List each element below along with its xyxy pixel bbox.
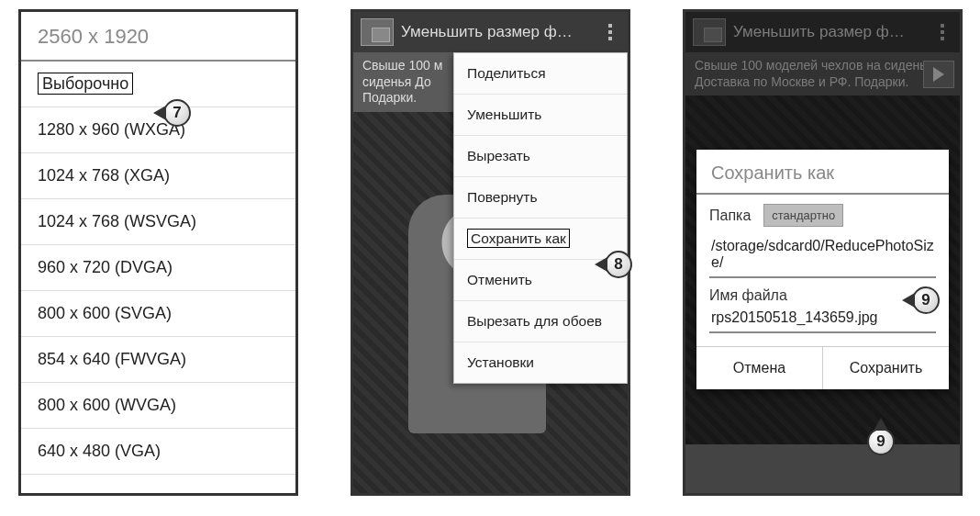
ad-text: Свыше 100 м сиденья До Подарки.	[362, 58, 442, 105]
resolution-item-custom[interactable]: Выборочно	[21, 62, 295, 107]
resolution-item-label: Выборочно	[38, 73, 133, 95]
resolution-item[interactable]: 854 x 640 (FWVGA)	[21, 337, 295, 383]
resolution-item-label: 1024 x 768 (WSVGA)	[38, 212, 196, 230]
resolution-item[interactable]: 800 x 600 (SVGA)	[21, 291, 295, 337]
ad-arrow-icon[interactable]	[923, 61, 954, 88]
resolution-item[interactable]: 640 x 480 (VGA)	[21, 429, 295, 475]
phone-1: 2560 x 1920 Выборочно 1280 x 960 (WXGA) …	[18, 9, 298, 496]
filename-value: rps20150518_143659.jpg	[711, 309, 878, 325]
resolution-item[interactable]: 1024 x 768 (WSVGA)	[21, 199, 295, 245]
app-icon	[693, 18, 726, 46]
menu-save-as[interactable]: Сохранить как	[454, 219, 627, 260]
menu-label: Отменить	[467, 272, 532, 287]
menu-label: Установки	[467, 354, 534, 370]
app-title: Уменьшить размер ф…	[733, 23, 905, 41]
menu-label: Повернуть	[467, 189, 538, 205]
overflow-menu-icon[interactable]	[600, 24, 620, 40]
app-bar: Уменьшить размер ф…	[353, 12, 628, 52]
menu-wallpaper[interactable]: Вырезать для обоев	[454, 301, 627, 342]
default-folder-button[interactable]: стандартно	[763, 204, 843, 227]
resolution-item-label: 640 x 480 (VGA)	[38, 442, 161, 460]
cancel-button[interactable]: Отмена	[696, 347, 823, 389]
folder-path-input[interactable]: /storage/sdcard0/ReducePhotoSize/	[709, 232, 936, 278]
menu-share[interactable]: Поделиться	[454, 53, 627, 95]
context-menu: Поделиться Уменьшить Вырезать Повернуть …	[453, 52, 628, 384]
resolution-item-label: 800 x 600 (SVGA)	[38, 304, 172, 322]
menu-label: Вырезать	[467, 148, 530, 163]
folder-path-value: /storage/sdcard0/ReducePhotoSize/	[711, 238, 934, 270]
save-as-dialog: Сохранить как Папка стандартно /storage/…	[696, 150, 949, 389]
folder-label: Папка	[709, 208, 751, 224]
resolution-item-label: 800 x 600 (WVGA)	[38, 396, 176, 414]
app-icon	[361, 18, 394, 46]
filename-input[interactable]: rps20150518_143659.jpg	[709, 304, 936, 333]
menu-crop[interactable]: Вырезать	[454, 136, 627, 177]
menu-label: Поделиться	[467, 65, 546, 81]
menu-label: Сохранить как	[467, 229, 570, 248]
resolution-item-label: 1280 x 960 (WXGA)	[38, 120, 185, 139]
overflow-menu-icon[interactable]	[932, 24, 952, 40]
callout-9b: 9	[867, 428, 895, 455]
resolution-item[interactable]: 960 x 720 (DVGA)	[21, 245, 295, 291]
resolution-item-label: 854 x 640 (FWVGA)	[38, 350, 186, 368]
menu-reduce[interactable]: Уменьшить	[454, 95, 627, 136]
ad-text: Свыше 100 моделей чехлов на сиденья Дост…	[695, 58, 933, 89]
menu-settings[interactable]: Установки	[454, 342, 627, 383]
save-button[interactable]: Сохранить	[823, 347, 949, 389]
callout-7: 7	[163, 99, 191, 127]
menu-label: Вырезать для обоев	[467, 313, 602, 329]
callout-9a: 9	[912, 286, 940, 314]
dialog-title: Сохранить как	[696, 150, 949, 195]
resolution-item-label: 960 x 720 (DVGA)	[38, 258, 173, 276]
callout-8: 8	[605, 251, 632, 278]
app-title: Уменьшить размер ф…	[401, 23, 573, 41]
phone-3: Уменьшить размер ф… Свыше 100 моделей че…	[683, 9, 963, 496]
menu-rotate[interactable]: Повернуть	[454, 177, 627, 219]
phone-2: Уменьшить размер ф… Свыше 100 м сиденья …	[351, 9, 630, 496]
resolution-item[interactable]: 1024 x 768 (XGA)	[21, 153, 295, 199]
resolution-title: 2560 x 1920	[21, 12, 295, 62]
ad-banner[interactable]: Свыше 100 моделей чехлов на сиденья Дост…	[685, 52, 960, 95]
resolution-picker: 2560 x 1920 Выборочно 1280 x 960 (WXGA) …	[21, 12, 295, 493]
app-bar: Уменьшить размер ф…	[685, 12, 960, 52]
resolution-item-label: 1024 x 768 (XGA)	[38, 166, 170, 185]
menu-label: Уменьшить	[467, 107, 541, 122]
resolution-item[interactable]: 800 x 600 (WVGA)	[21, 383, 295, 429]
